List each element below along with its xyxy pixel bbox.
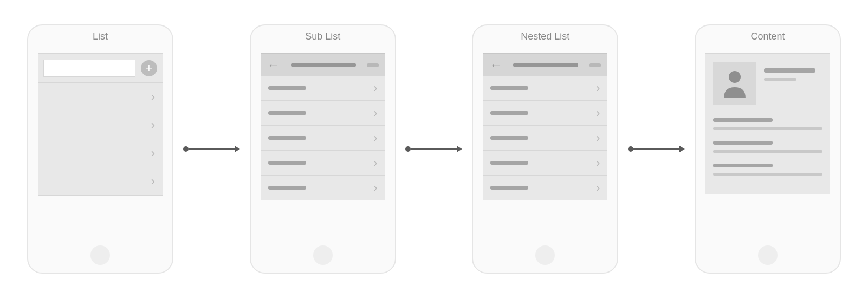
body-placeholder [713, 173, 822, 176]
list-item[interactable]: › [261, 76, 385, 101]
content-section [713, 118, 822, 130]
body-placeholder [713, 127, 822, 130]
list-item[interactable]: › [261, 126, 385, 151]
screen-title: Nested List [521, 31, 569, 42]
home-button[interactable] [758, 245, 778, 265]
list-item[interactable]: › [483, 76, 607, 101]
chevron-right-icon: › [151, 90, 155, 104]
phone-frame-sublist: Sub List ← › › › › › [250, 24, 396, 274]
chevron-right-icon: › [596, 131, 600, 145]
chevron-right-icon: › [373, 156, 377, 170]
nav-title-placeholder [291, 63, 356, 67]
search-input[interactable] [43, 60, 135, 77]
user-icon [721, 69, 748, 98]
subtitle-placeholder [764, 78, 796, 81]
flow-line [189, 148, 235, 150]
screen-body: ← › › › › › [483, 53, 607, 240]
screen-title: Sub List [305, 31, 340, 42]
item-label-placeholder [268, 86, 306, 90]
item-label-placeholder [268, 136, 306, 140]
list-item[interactable]: › [38, 111, 163, 139]
item-label-placeholder [490, 186, 528, 190]
list-header: + [38, 53, 163, 83]
chevron-right-icon: › [373, 131, 377, 145]
add-button[interactable]: + [141, 60, 157, 76]
heading-placeholder [713, 141, 773, 145]
header-text [764, 62, 822, 105]
arrow-right-icon [679, 146, 685, 152]
nav-action-placeholder[interactable] [589, 63, 601, 67]
item-label-placeholder [268, 186, 306, 190]
nav-action-placeholder[interactable] [367, 63, 379, 67]
chevron-right-icon: › [596, 181, 600, 195]
list-item[interactable]: › [261, 151, 385, 176]
flow-arrow [183, 148, 240, 150]
screen-body [705, 53, 830, 240]
plus-icon: + [146, 62, 153, 74]
flow-arrow [628, 148, 685, 150]
flow-dot-icon [183, 146, 189, 152]
body-placeholder [713, 150, 822, 153]
phone-frame-nestedlist: Nested List ← › › › › › [472, 24, 618, 274]
content-area [705, 53, 830, 194]
svg-point-0 [729, 71, 741, 83]
list-item[interactable]: › [483, 126, 607, 151]
screen-title: List [93, 31, 108, 42]
chevron-right-icon: › [373, 181, 377, 195]
flow-line [633, 148, 679, 150]
phone-frame-content: Content [695, 24, 841, 274]
avatar [713, 62, 756, 105]
chevron-right-icon: › [596, 156, 600, 170]
content-header [713, 62, 822, 105]
back-button[interactable]: ← [267, 57, 280, 73]
phone-frame-list: List + › › › › [27, 24, 173, 274]
chevron-right-icon: › [151, 118, 155, 132]
screen-body: + › › › › [38, 53, 163, 240]
list-item[interactable]: › [483, 101, 607, 126]
list-item[interactable]: › [38, 167, 163, 196]
list-item[interactable]: › [38, 139, 163, 167]
chevron-right-icon: › [596, 81, 600, 95]
item-label-placeholder [268, 161, 306, 165]
home-button[interactable] [90, 245, 110, 265]
item-label-placeholder [490, 161, 528, 165]
back-button[interactable]: ← [489, 57, 502, 73]
heading-placeholder [713, 164, 773, 167]
nav-title-placeholder [513, 63, 578, 67]
item-label-placeholder [490, 111, 528, 115]
list-item[interactable]: › [261, 176, 385, 200]
title-placeholder [764, 68, 815, 73]
chevron-right-icon: › [151, 174, 155, 189]
list-item[interactable]: › [483, 151, 607, 176]
chevron-right-icon: › [373, 106, 377, 120]
list-item[interactable]: › [38, 83, 163, 111]
item-label-placeholder [490, 86, 528, 90]
home-button[interactable] [313, 245, 333, 265]
list-item[interactable]: › [261, 101, 385, 126]
chevron-right-icon: › [151, 146, 155, 160]
chevron-right-icon: › [373, 81, 377, 95]
flow-dot-icon [628, 146, 633, 152]
content-section [713, 164, 822, 176]
arrow-right-icon [235, 146, 240, 152]
item-label-placeholder [490, 136, 528, 140]
screen-title: Content [750, 31, 785, 42]
screen-body: ← › › › › › [261, 53, 385, 240]
arrow-right-icon [457, 146, 462, 152]
list-item[interactable]: › [483, 176, 607, 200]
item-label-placeholder [268, 111, 306, 115]
nav-bar: ← [483, 53, 607, 76]
flow-line [411, 148, 457, 150]
content-section [713, 141, 822, 153]
nav-bar: ← [261, 53, 385, 76]
heading-placeholder [713, 118, 773, 122]
flow-arrow [405, 148, 462, 150]
chevron-right-icon: › [596, 106, 600, 120]
home-button[interactable] [535, 245, 555, 265]
flow-dot-icon [405, 146, 411, 152]
